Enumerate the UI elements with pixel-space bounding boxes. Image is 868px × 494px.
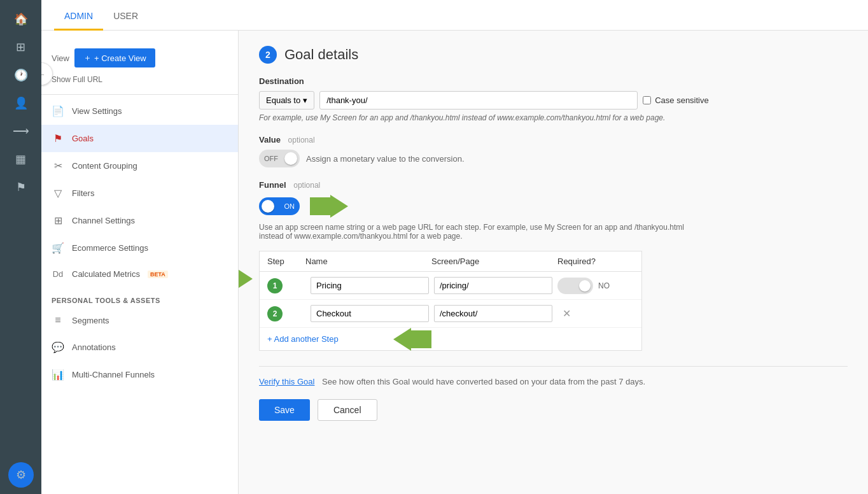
- header-name: Name: [305, 257, 431, 266]
- assign-text: Assign a monetary value to the conversio…: [306, 154, 465, 164]
- personal-tools-header: PERSONAL TOOLS & ASSETS: [41, 286, 238, 307]
- sidebar-item-multi-channel[interactable]: 📊 Multi-Channel Funnels: [41, 361, 238, 388]
- verify-text: See how often this Goal would have conve…: [322, 377, 645, 386]
- value-section: Value optional OFF Assign a monetary val…: [259, 135, 848, 167]
- filter-icon: ▽: [52, 187, 64, 199]
- step-1-no-label: NO: [598, 281, 610, 290]
- icon-sidebar: 🏠 ⊞ 🕐 👤 ⟶ ▦ ⚑ ⚙: [0, 0, 41, 494]
- clock-icon[interactable]: 🕐: [8, 62, 34, 88]
- step-2-remove-button[interactable]: ✕: [563, 308, 571, 319]
- gear-icon[interactable]: ⚙: [8, 462, 34, 488]
- document-icon: 📄: [52, 105, 64, 117]
- channel-icon: ⊞: [52, 215, 64, 227]
- header-required: Required?: [557, 257, 634, 266]
- view-section: View ＋ + Create View: [41, 41, 238, 75]
- step-1-badge: 1: [267, 278, 283, 293]
- step-2-screen-input[interactable]: [434, 305, 552, 322]
- case-sensitive-label[interactable]: Case sensitive: [643, 95, 709, 105]
- secondary-sidebar: ← View ＋ + Create View Show Full URL 📄 V…: [41, 31, 239, 494]
- top-nav: ADMIN USER: [41, 0, 868, 31]
- cancel-button[interactable]: Cancel: [318, 399, 377, 421]
- step-1-required-toggle[interactable]: NO: [557, 278, 634, 294]
- sidebar-item-segments[interactable]: ≡ Segments: [41, 307, 238, 334]
- annotations-icon: 💬: [52, 341, 64, 353]
- value-toggle[interactable]: OFF: [259, 150, 300, 167]
- home-icon[interactable]: 🏠: [8, 6, 34, 32]
- header-step: Step: [267, 257, 305, 266]
- person-icon[interactable]: 👤: [8, 90, 34, 116]
- value-label: Value optional: [259, 135, 848, 145]
- green-arrow-row1-icon: [239, 267, 253, 292]
- dashboard-icon[interactable]: ⊞: [8, 34, 34, 60]
- sidebar-item-goals[interactable]: ⚑ Goals: [41, 125, 238, 152]
- step-2-name-input[interactable]: [311, 305, 429, 322]
- header-screen: Screen/Page: [431, 257, 557, 266]
- green-arrow-addstep-icon: [393, 328, 431, 353]
- flag-icon[interactable]: ⚑: [8, 174, 34, 200]
- sidebar-item-view-settings[interactable]: 📄 View Settings: [41, 97, 238, 125]
- beta-badge: BETA: [148, 271, 168, 278]
- tab-admin[interactable]: ADMIN: [54, 3, 103, 31]
- green-arrow-funnel-icon: [310, 195, 348, 218]
- funnel-toggle[interactable]: ON: [259, 197, 300, 215]
- verify-section: Verify this Goal See how often this Goal…: [259, 366, 848, 386]
- add-step-button[interactable]: + Add another Step: [260, 328, 641, 350]
- case-sensitive-checkbox[interactable]: [643, 96, 651, 104]
- plus-icon: ＋: [83, 52, 92, 64]
- funnel-toggle-row: ON: [259, 195, 848, 218]
- destination-label: Destination: [259, 76, 848, 86]
- sidebar-item-ecommerce[interactable]: 🛒 Ecommerce Settings: [41, 234, 238, 262]
- sidebar-item-filters[interactable]: ▽ Filters: [41, 180, 238, 207]
- verify-link[interactable]: Verify this Goal: [259, 377, 314, 386]
- goals-icon: ⚑: [52, 132, 64, 145]
- svg-marker-2: [393, 328, 431, 351]
- toggle-thumb: [284, 152, 297, 165]
- destination-section: Destination Equals to ▾ Case sensitive F…: [259, 76, 848, 122]
- multichannel-icon: 📊: [52, 369, 64, 381]
- main-content: ADMIN USER ← View ＋ + Create View Show F…: [41, 0, 868, 494]
- destination-hint: For example, use My Screen for an app an…: [259, 113, 848, 122]
- equals-to-button[interactable]: Equals to ▾: [259, 91, 314, 109]
- sidebar-item-annotations[interactable]: 💬 Annotations: [41, 334, 238, 361]
- view-label: View: [52, 53, 69, 63]
- sidebar-item-calculated-metrics[interactable]: Dd Calculated Metrics BETA: [41, 262, 238, 286]
- funnel-row-2: 2 ✕: [260, 300, 641, 328]
- sidebar-item-content-grouping[interactable]: ✂ Content Grouping: [41, 152, 238, 180]
- body-area: ← View ＋ + Create View Show Full URL 📄 V…: [41, 31, 868, 494]
- funnel-section: Funnel optional ON Use an app screen nam…: [259, 180, 848, 351]
- svg-marker-0: [310, 195, 348, 218]
- step-1-req-toggle-control[interactable]: [557, 278, 593, 294]
- grid-icon[interactable]: ▦: [8, 146, 34, 172]
- tab-user[interactable]: USER: [103, 3, 148, 31]
- metrics-icon: Dd: [52, 269, 64, 279]
- url-input[interactable]: [319, 91, 638, 109]
- show-full-url[interactable]: Show Full URL: [41, 75, 238, 92]
- action-buttons: Save Cancel: [259, 399, 848, 421]
- content-panel: 2 Goal details Destination Equals to ▾ C…: [239, 31, 868, 494]
- step-badge: 2: [259, 46, 277, 64]
- funnel-table-header: Step Name Screen/Page Required?: [260, 251, 641, 272]
- step-1-name-input[interactable]: [311, 277, 429, 294]
- funnel-row-1: 1: [260, 272, 641, 300]
- goal-header: 2 Goal details: [259, 46, 848, 64]
- value-toggle-container: OFF Assign a monetary value to the conve…: [259, 150, 848, 167]
- step-2-badge: 2: [267, 306, 283, 321]
- chevron-down-icon: ▾: [303, 95, 307, 105]
- funnel-hint: Use an app screen name string or a web p…: [259, 223, 704, 241]
- cart-icon: 🛒: [52, 242, 64, 254]
- step-1-screen-input[interactable]: [434, 277, 552, 294]
- funnel-table-area: Step Name Screen/Page Required? 1: [259, 241, 848, 351]
- save-button[interactable]: Save: [259, 399, 310, 421]
- svg-marker-1: [239, 267, 253, 290]
- create-view-button[interactable]: ＋ + Create View: [74, 48, 155, 67]
- scissors-icon: ✂: [52, 160, 64, 172]
- destination-row: Equals to ▾ Case sensitive: [259, 91, 848, 109]
- funnel-table: Step Name Screen/Page Required? 1: [259, 251, 642, 351]
- segments-icon: ≡: [52, 314, 64, 326]
- sidebar-item-channel-settings[interactable]: ⊞ Channel Settings: [41, 207, 238, 234]
- funnel-label: Funnel optional: [259, 180, 848, 190]
- arrows-icon[interactable]: ⟶: [8, 118, 34, 144]
- goal-title: Goal details: [284, 46, 358, 63]
- funnel-toggle-thumb: [262, 200, 274, 213]
